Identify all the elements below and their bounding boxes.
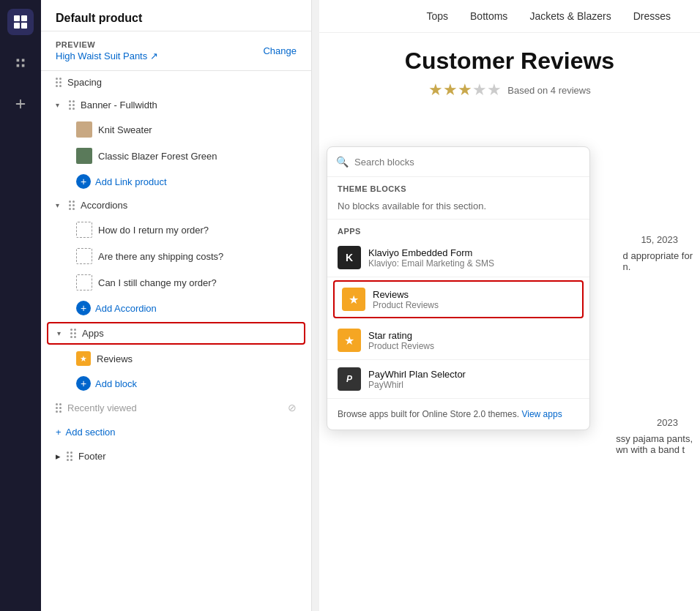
banner-label: Banner - Fullwidth bbox=[81, 100, 297, 110]
preview-info: PREVIEW High Waist Suit Pants ↗ bbox=[56, 40, 158, 61]
change-button[interactable]: Change bbox=[263, 45, 297, 56]
banner-toggle-arrow[interactable]: ▾ bbox=[56, 101, 63, 109]
blazer-label: Classic Blazer Forest Green bbox=[98, 151, 217, 162]
footer-drag bbox=[67, 451, 72, 461]
apps-drag-icon bbox=[70, 329, 76, 338]
block-picker-dropdown: 🔍 THEME BLOCKS No blocks available for t… bbox=[327, 146, 590, 430]
klaviyo-icon: K bbox=[338, 246, 361, 269]
accordion-item-1-icon bbox=[76, 222, 92, 238]
add-link-product-label: Add Link product bbox=[95, 176, 167, 187]
nav-dresses[interactable]: Dresses bbox=[633, 10, 671, 22]
main-area: 🔍 THEME BLOCKS No blocks available for t… bbox=[312, 0, 700, 611]
apps-toggle-arrow[interactable]: ▾ bbox=[57, 329, 64, 337]
accordion-item-3-icon bbox=[76, 274, 92, 290]
sidebar-title: Default product bbox=[56, 12, 297, 25]
reviews-page-title: Customer Reviews bbox=[405, 48, 614, 75]
blazer-thumb bbox=[76, 148, 92, 164]
section-accordions-row[interactable]: ▾ Accordions bbox=[41, 194, 311, 217]
knit-sweater-thumb bbox=[76, 121, 92, 138]
icon-rail bbox=[0, 0, 41, 611]
accordion-item-2[interactable]: Are there any shipping costs? bbox=[41, 243, 311, 269]
search-blocks-input[interactable] bbox=[354, 157, 581, 168]
block-item-paywhirl[interactable]: P PayWhirl Plan Selector PayWhirl bbox=[327, 360, 589, 399]
section-banner: ▾ Banner - Fullwidth Knit Sweater Classi… bbox=[41, 94, 311, 194]
reviews-label: Reviews bbox=[97, 353, 133, 364]
klaviyo-info: Klaviyo Embedded Form Klaviyo: Email Mar… bbox=[368, 247, 494, 269]
preview-review-date-2: 2023 bbox=[657, 417, 678, 428]
reviews-block-name: Reviews bbox=[373, 289, 439, 300]
section-footer-row[interactable]: ▸ Footer bbox=[41, 445, 311, 468]
recently-viewed-drag bbox=[56, 403, 62, 413]
accordion-item-3-label: Can I still change my order? bbox=[98, 277, 217, 288]
paywhirl-name: PayWhirl Plan Selector bbox=[368, 369, 466, 380]
preview-label: PREVIEW bbox=[56, 40, 158, 49]
block-item-reviews[interactable]: ★ Reviews Product Reviews bbox=[333, 280, 584, 318]
section-apps-row[interactable]: ▾ Apps bbox=[47, 322, 305, 345]
klaviyo-name: Klaviyo Embedded Form bbox=[368, 247, 494, 258]
add-section-icon: + bbox=[56, 427, 62, 438]
browse-apps-text: Browse apps built for Online Store 2.0 t… bbox=[327, 399, 589, 430]
apps-subitem-reviews[interactable]: ★ Reviews bbox=[41, 346, 311, 371]
view-apps-link[interactable]: View apps bbox=[521, 409, 562, 419]
nav-bottoms[interactable]: Bottoms bbox=[470, 10, 507, 22]
star-rating-row: ★ ★ ★ ★ ★ Based on 4 reviews bbox=[428, 80, 590, 100]
reviews-block-info: Reviews Product Reviews bbox=[373, 289, 439, 310]
spacing-label: Spacing bbox=[67, 77, 297, 88]
reviews-block-sub: Product Reviews bbox=[373, 300, 439, 310]
recently-viewed-label: Recently viewed bbox=[67, 402, 137, 413]
nav-tops[interactable]: Tops bbox=[426, 10, 448, 22]
star-rating-name: Star rating bbox=[368, 330, 434, 341]
star-4: ★ bbox=[472, 80, 487, 100]
reviews-star-icon: ★ bbox=[76, 351, 91, 366]
reviews-heading-area: Customer Reviews ★ ★ ★ ★ ★ Based on 4 re… bbox=[319, 33, 700, 100]
section-spacing[interactable]: Spacing bbox=[41, 71, 311, 94]
preview-review-snippet-2: ssy pajama pants, wn with a band t bbox=[616, 433, 693, 455]
preview-section: PREVIEW High Waist Suit Pants ↗ Change bbox=[41, 31, 311, 71]
section-banner-row[interactable]: ▾ Banner - Fullwidth bbox=[41, 94, 311, 116]
search-icon: 🔍 bbox=[336, 156, 349, 168]
section-recently-viewed-row[interactable]: Recently viewed ⊘ bbox=[41, 396, 311, 419]
accordion-item-3[interactable]: Can I still change my order? bbox=[41, 269, 311, 296]
add-link-product[interactable]: + Add Link product bbox=[41, 169, 311, 194]
banner-subitem-knit[interactable]: Knit Sweater bbox=[41, 116, 311, 143]
accordions-toggle-arrow[interactable]: ▾ bbox=[56, 201, 63, 209]
footer-toggle-arrow[interactable]: ▸ bbox=[56, 451, 61, 462]
section-accordions: ▾ Accordions How do I return my order? A… bbox=[41, 194, 311, 321]
add-block[interactable]: + Add block bbox=[41, 371, 311, 396]
block-item-klaviyo[interactable]: K Klaviyo Embedded Form Klaviyo: Email M… bbox=[327, 239, 589, 277]
preview-link[interactable]: High Waist Suit Pants ↗ bbox=[56, 50, 158, 61]
preview-review-date-1: 15, 2023 bbox=[641, 234, 678, 245]
section-list: Spacing ▾ Banner - Fullwidth Knit Sweate… bbox=[41, 71, 311, 611]
add-accordion-icon: + bbox=[76, 301, 91, 315]
add-link-product-icon: + bbox=[76, 174, 91, 189]
star-rating-info: Star rating Product Reviews bbox=[368, 330, 434, 351]
sidebar-header: Default product bbox=[41, 0, 311, 31]
star-rating-sub: Product Reviews bbox=[368, 341, 434, 351]
banner-subitem-blazer[interactable]: Classic Blazer Forest Green bbox=[41, 143, 311, 169]
accordion-item-2-icon bbox=[76, 248, 92, 264]
banner-drag-icon bbox=[69, 100, 75, 110]
star-5: ★ bbox=[487, 80, 502, 100]
add-section[interactable]: + Add section bbox=[41, 419, 311, 445]
add-section-label: Add section bbox=[66, 427, 116, 438]
star-rating-icon: ★ bbox=[338, 329, 361, 352]
add-block-label: Add block bbox=[95, 378, 137, 389]
rail-icon-customize[interactable] bbox=[7, 50, 34, 76]
theme-blocks-title: THEME BLOCKS bbox=[327, 177, 589, 196]
accordions-drag-icon bbox=[69, 200, 75, 210]
accordion-item-2-label: Are there any shipping costs? bbox=[98, 251, 223, 262]
add-accordion[interactable]: + Add Accordion bbox=[41, 296, 311, 321]
nav-jackets[interactable]: Jackets & Blazers bbox=[529, 10, 611, 22]
klaviyo-sub: Klaviyo: Email Marketing & SMS bbox=[368, 258, 494, 269]
paywhirl-icon: P bbox=[338, 367, 361, 391]
accordion-item-1[interactable]: How do I return my order? bbox=[41, 217, 311, 243]
rail-icon-plus[interactable] bbox=[7, 91, 34, 117]
rail-icon-grid[interactable] bbox=[7, 9, 34, 35]
paywhirl-sub: PayWhirl bbox=[368, 380, 466, 390]
reviews-block-icon: ★ bbox=[342, 288, 365, 311]
accordions-label: Accordions bbox=[81, 200, 297, 211]
block-item-star-rating[interactable]: ★ Star rating Product Reviews bbox=[327, 321, 589, 360]
star-1: ★ bbox=[428, 80, 443, 100]
search-box: 🔍 bbox=[327, 147, 589, 177]
section-apps-container: ▾ Apps ★ Reviews + Add block bbox=[41, 322, 311, 396]
